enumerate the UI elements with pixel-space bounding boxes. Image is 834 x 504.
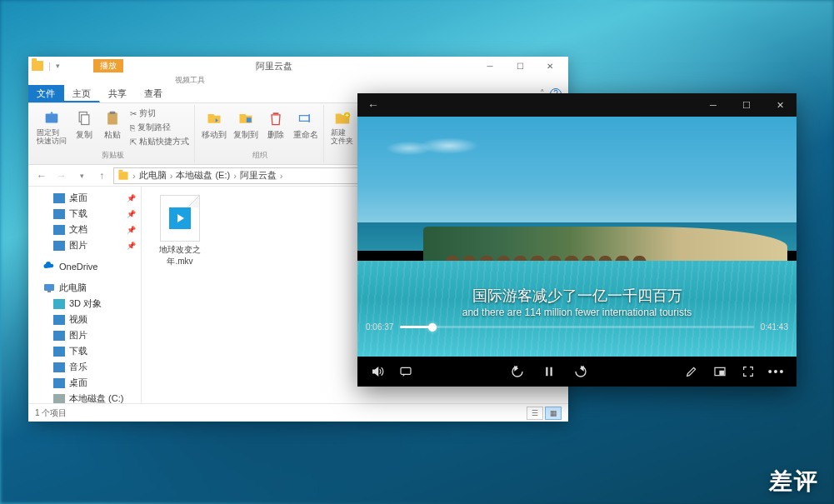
- icons-view-button[interactable]: ▦: [545, 407, 562, 420]
- maximize-button[interactable]: ☐: [730, 93, 763, 117]
- nav-up-button[interactable]: ↑: [93, 167, 110, 184]
- nav-forward-button[interactable]: →: [53, 167, 70, 184]
- time-total: 0:41:43: [761, 322, 788, 332]
- explorer-titlebar[interactable]: | ▾ 播放 阿里云盘 ─ ☐ ✕: [28, 57, 568, 75]
- seek-thumb[interactable]: [428, 323, 437, 332]
- edit-button[interactable]: [680, 360, 703, 383]
- new-folder-button[interactable]: 新建 文件夹: [329, 107, 355, 147]
- volume-button[interactable]: [366, 360, 389, 383]
- svg-rect-9: [44, 284, 54, 291]
- subtitle: 国际游客减少了一亿一千四百万 and there are 114 million…: [357, 286, 797, 318]
- svg-rect-17: [720, 371, 724, 374]
- chevron-down-icon[interactable]: ▾: [56, 62, 60, 70]
- mini-view-button[interactable]: [708, 360, 732, 383]
- tab-file[interactable]: 文件: [28, 85, 64, 102]
- nav-3d-objects[interactable]: 3D 对象: [28, 296, 141, 312]
- delete-button[interactable]: 删除: [263, 107, 288, 142]
- nav-downloads[interactable]: 下载📌: [28, 206, 141, 222]
- forward-button[interactable]: [569, 360, 592, 383]
- cut-button[interactable]: ✂剪切: [128, 107, 191, 120]
- pin-icon: 📌: [127, 242, 136, 250]
- maximize-button[interactable]: ☐: [505, 57, 535, 75]
- tab-view[interactable]: 查看: [136, 85, 172, 102]
- qat-divider: |: [48, 61, 51, 71]
- close-button[interactable]: ✕: [763, 93, 797, 117]
- forward-icon: [573, 364, 588, 379]
- nav-history-button[interactable]: ▾: [73, 167, 90, 184]
- nav-downloads2[interactable]: 下载: [28, 343, 141, 359]
- paste-icon: [104, 110, 121, 127]
- file-name-label: 地球改变之年.mkv: [150, 244, 210, 267]
- close-button[interactable]: ✕: [535, 57, 565, 75]
- more-button[interactable]: •••: [765, 360, 788, 383]
- picture-icon: [53, 241, 65, 251]
- nav-desktop2[interactable]: 桌面: [28, 375, 141, 391]
- back-button[interactable]: ←: [362, 98, 384, 112]
- fullscreen-icon: [742, 365, 755, 378]
- breadcrumb-seg[interactable]: 本地磁盘 (E:): [176, 169, 236, 182]
- details-view-button[interactable]: ☰: [527, 407, 543, 420]
- video-frame: [357, 117, 797, 357]
- rewind-icon: [510, 364, 525, 379]
- subtitle-button[interactable]: [394, 360, 417, 383]
- desktop-icon: [53, 378, 65, 388]
- nav-music[interactable]: 音乐: [28, 359, 141, 375]
- rename-icon: [297, 110, 314, 127]
- copy-button[interactable]: 复制: [72, 107, 97, 142]
- svg-rect-13: [401, 367, 411, 374]
- path-icon: ⎘: [130, 123, 135, 132]
- nav-back-button[interactable]: ←: [33, 167, 50, 184]
- subtitle-main: 国际游客减少了一亿一千四百万: [357, 286, 797, 306]
- move-icon: [206, 110, 222, 127]
- seek-row: 0:06:37 0:41:43: [366, 322, 788, 332]
- rewind-button[interactable]: [506, 360, 529, 383]
- nav-onedrive[interactable]: OneDrive: [28, 260, 141, 273]
- breadcrumb-seg[interactable]: 阿里云盘: [240, 169, 283, 182]
- paste-button[interactable]: 粘贴: [100, 107, 125, 142]
- nav-videos[interactable]: 视频: [28, 312, 141, 327]
- nav-pictures[interactable]: 图片📌: [28, 237, 141, 253]
- document-icon: [53, 225, 65, 235]
- minimize-button[interactable]: ─: [475, 57, 505, 75]
- play-pause-button[interactable]: [537, 360, 561, 383]
- nav-desktop[interactable]: 桌面📌: [28, 190, 141, 206]
- nav-pictures2[interactable]: 图片: [28, 327, 141, 343]
- breadcrumb-seg[interactable]: 此电脑: [139, 169, 173, 182]
- video-viewport[interactable]: 国际游客减少了一亿一千四百万 and there are 114 million…: [357, 117, 797, 357]
- seek-bar[interactable]: [400, 326, 753, 328]
- pc-icon: [43, 283, 55, 293]
- copy-to-icon: [237, 110, 254, 127]
- tab-share[interactable]: 共享: [100, 85, 136, 102]
- new-folder-icon: [333, 109, 352, 127]
- video-icon: [53, 315, 65, 325]
- window-title: 阿里云盘: [73, 60, 475, 72]
- download-icon: [53, 209, 65, 219]
- svg-rect-15: [550, 367, 552, 377]
- cube-icon: [53, 299, 65, 309]
- pin-quick-access-button[interactable]: 固定到 快速访问: [35, 107, 68, 147]
- nav-local-c[interactable]: 本地磁盘 (C:): [28, 391, 141, 403]
- fullscreen-button[interactable]: [737, 360, 760, 383]
- music-icon: [53, 362, 65, 372]
- player-titlebar[interactable]: ← ─ ☐ ✕: [357, 93, 797, 117]
- copy-to-button[interactable]: 复制到: [232, 107, 260, 142]
- nav-this-pc[interactable]: 此电脑: [28, 280, 141, 296]
- pin-icon: 📌: [127, 194, 136, 202]
- subtitle-icon: [399, 365, 412, 378]
- nav-pane[interactable]: 桌面📌 下载📌 文档📌 图片📌 OneDrive 此电脑 3D 对象 视频 图片…: [28, 187, 142, 403]
- miniview-icon: [713, 365, 727, 378]
- subtitle-secondary: and there are 114 million fewer internat…: [357, 307, 797, 318]
- tab-home[interactable]: 主页: [64, 85, 100, 102]
- pin-icon: 📌: [127, 226, 136, 234]
- paste-label: 粘贴: [104, 129, 121, 141]
- minimize-button[interactable]: ─: [697, 93, 730, 117]
- video-player-window: ← ─ ☐ ✕ 国际游客减少了一亿一千四百万 and there are 114…: [357, 93, 797, 387]
- rename-button[interactable]: 重命名: [292, 107, 320, 142]
- status-bar: 1 个项目 ☰ ▦: [28, 403, 568, 422]
- paste-shortcut-button[interactable]: ⇱粘贴快捷方式: [128, 135, 191, 148]
- copy-path-button[interactable]: ⎘复制路径: [128, 121, 191, 134]
- file-item[interactable]: 地球改变之年.mkv: [150, 195, 210, 267]
- move-to-button[interactable]: 移动到: [200, 107, 228, 142]
- svg-rect-4: [110, 112, 116, 114]
- nav-documents[interactable]: 文档📌: [28, 222, 141, 237]
